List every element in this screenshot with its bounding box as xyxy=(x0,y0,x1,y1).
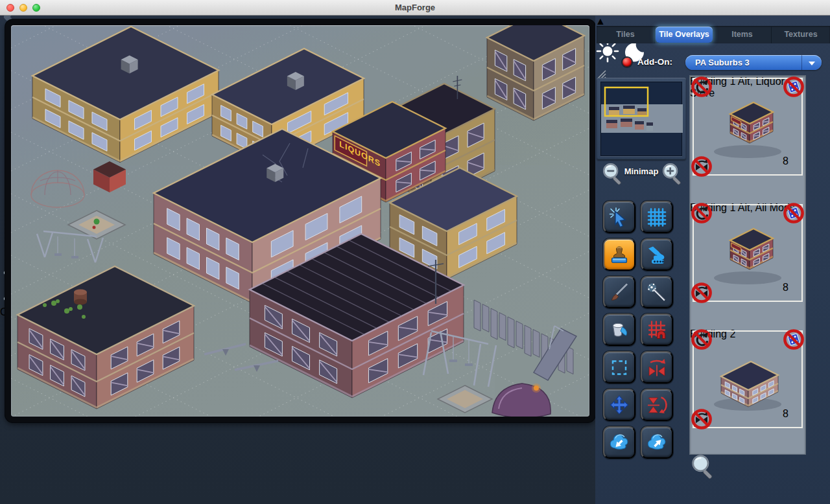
demolish-tool[interactable] xyxy=(641,238,673,271)
tab-items[interactable]: Items xyxy=(713,26,772,43)
right-panel: TilesTile OverlaysItemsTextures Add-On: … xyxy=(595,16,830,504)
minimap-panel xyxy=(597,78,686,160)
overlay-item[interactable]: 8 Building 1 Alt, All Mods xyxy=(690,202,805,328)
stamp-tool[interactable] xyxy=(603,238,635,271)
import-tool[interactable] xyxy=(603,426,635,459)
no-flip-badge xyxy=(691,282,713,304)
minimap-zoom-in-button[interactable] xyxy=(660,162,685,188)
overlay-thumbnail: 8 xyxy=(693,330,803,428)
addon-dropdown[interactable]: PA Suburbs 3 xyxy=(685,55,822,70)
overlay-item[interactable]: 8 Building 2 xyxy=(690,328,805,455)
select-tool[interactable] xyxy=(603,201,635,233)
minimap[interactable] xyxy=(600,82,682,156)
variant-count-badge: 8 xyxy=(783,155,803,176)
flip-horizontal-tool[interactable] xyxy=(641,351,673,384)
no-flip-badge xyxy=(691,408,713,430)
addon-led-indicator xyxy=(622,58,632,67)
addon-label: Add-On: xyxy=(637,57,672,67)
no-rotate-badge xyxy=(691,76,713,98)
tab-tiles[interactable]: Tiles xyxy=(597,26,655,43)
flip-vertical-tool[interactable] xyxy=(641,389,673,421)
overlay-thumbnail: 8 xyxy=(693,78,803,176)
paintbrush-tool[interactable] xyxy=(603,276,635,308)
overlay-list: 8 Building 1 Alt, Liquor Store 8 Buildin… xyxy=(690,76,805,454)
no-rotate-badge xyxy=(691,328,713,350)
no-randomize-badge xyxy=(783,328,805,350)
fill-bucket-tool[interactable] xyxy=(603,314,635,346)
export-tool[interactable] xyxy=(641,426,673,459)
minimap-controls: Minimap xyxy=(597,162,686,188)
overlay-item[interactable]: 8 Building 1 Alt, Liquor Store xyxy=(690,76,805,202)
zoom-loupe-icon[interactable] xyxy=(690,453,718,485)
addon-row: Add-On: PA Suburbs 3 xyxy=(595,54,830,71)
window-title: MapForge xyxy=(0,0,830,16)
road-structure-tool[interactable] xyxy=(641,314,673,346)
app-window: MapForge LIQUORS TilesTile OverlaysItems… xyxy=(0,0,830,504)
no-randomize-badge xyxy=(783,202,805,224)
tab-tile-overlays[interactable]: Tile Overlays xyxy=(656,27,713,43)
addon-dropdown-arrow[interactable] xyxy=(801,55,822,70)
overlay-thumbnail: 8 xyxy=(693,204,803,302)
titlebar: MapForge xyxy=(0,0,830,16)
marquee-select-tool[interactable] xyxy=(603,351,635,384)
map-canvas[interactable]: LIQUORS xyxy=(11,25,589,417)
move-tool[interactable] xyxy=(603,389,635,421)
tab-bar: TilesTile OverlaysItemsTextures xyxy=(597,26,830,43)
magic-wand-tool[interactable] xyxy=(641,276,673,308)
no-flip-badge xyxy=(691,155,713,178)
variant-count-badge: 8 xyxy=(783,408,803,428)
grid-toggle-tool[interactable] xyxy=(641,201,673,233)
chevron-down-icon xyxy=(809,62,815,65)
map-canvas-frame: LIQUORS xyxy=(5,19,595,422)
tab-textures[interactable]: Textures xyxy=(772,26,830,43)
tool-palette xyxy=(603,201,673,459)
variant-count-badge: 8 xyxy=(783,282,803,302)
no-randomize-badge xyxy=(783,76,805,98)
no-rotate-badge xyxy=(691,202,713,224)
